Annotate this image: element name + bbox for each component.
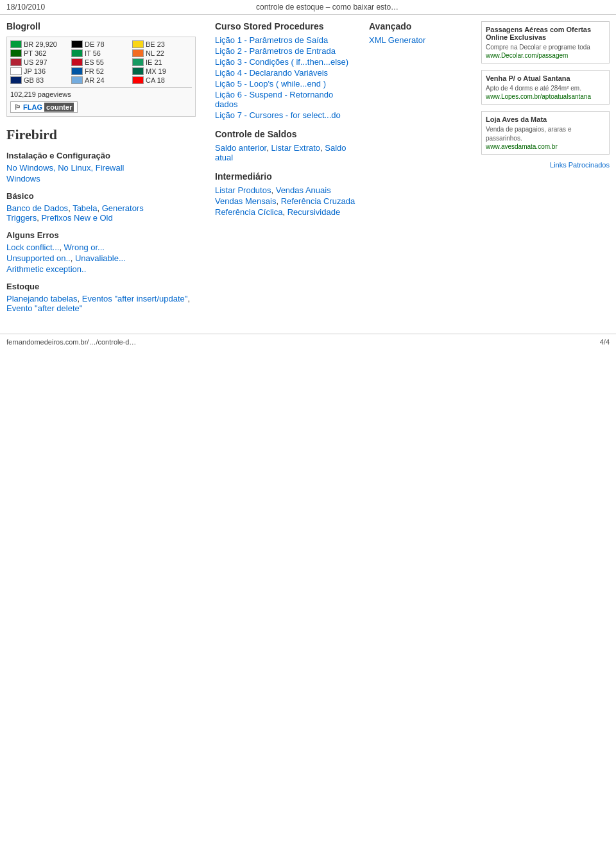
evento-delete-link[interactable]: Evento "after delete": [6, 303, 82, 313]
flag-row: MX 19: [132, 67, 192, 75]
list-item: Lição 1 - Parâmetros de Saída: [215, 35, 356, 45]
list-item: Lição 3 - Condições ( if...then...else): [215, 57, 356, 67]
links-patrocinados[interactable]: Links Patrocinados: [481, 161, 610, 169]
estoque-label: Estoque: [6, 282, 196, 291]
generators-link[interactable]: Generators: [102, 203, 144, 213]
main-right-col: Avançado XML Generator: [369, 21, 472, 218]
no-windows-link[interactable]: No Windows, No Linux, Firewall: [6, 163, 124, 173]
flag-row: GB 83: [10, 76, 70, 84]
eventos-insert-link[interactable]: Eventos "after insert/update": [82, 294, 188, 303]
ad-box-2: Venha P/ o Atual Santana Apto de 4 dorms…: [481, 70, 610, 105]
flag-de-label: DE 78: [85, 40, 105, 48]
flag-counter-logo: 🏳 FLAG counter: [10, 101, 192, 113]
flag-be-icon: [132, 40, 144, 48]
referencia-ciclica-link[interactable]: Referência Cíclica: [215, 207, 283, 217]
banco-dados-link[interactable]: Banco de Dados: [6, 203, 68, 213]
recursividade-link[interactable]: Recursividade: [287, 207, 340, 217]
flag-gb-icon: [10, 76, 22, 84]
list-item: Lock conflict..., Wrong or...: [6, 243, 196, 252]
list-item: XML Generator: [369, 35, 472, 45]
licao3-link[interactable]: Lição 3 - Condições ( if...then...else): [215, 57, 348, 67]
windows-link[interactable]: Windows: [6, 174, 40, 183]
planejando-link[interactable]: Planejando tabelas: [6, 294, 78, 303]
flag-counter-box: BR 29,920 DE 78 BE 23 PT 362 IT 56: [6, 37, 196, 117]
xml-generator-link[interactable]: XML Generator: [369, 35, 425, 45]
licao5-link[interactable]: Lição 5 - Loop's ( while...end ): [215, 79, 326, 89]
flag-ar-label: AR 24: [85, 76, 105, 84]
flag-us-icon: [10, 58, 22, 66]
flag-ca-label: CA 18: [146, 76, 165, 84]
ad-box-2-text: Apto de 4 dorms e até 284m² em.: [486, 84, 605, 93]
main-content: Curso Stored Procedures Lição 1 - Parâme…: [205, 21, 481, 314]
content-columns: Curso Stored Procedures Lição 1 - Parâme…: [215, 21, 472, 218]
flag-row: BE 23: [132, 40, 192, 48]
flag-be-label: BE 23: [146, 40, 165, 48]
arithmetic-link[interactable]: Arithmetic exception..: [6, 264, 86, 274]
list-item: Planejando tabelas, Eventos "after inser…: [6, 294, 196, 313]
ad-box-2-url: www.Lopes.com.br/aptoatualsantana: [486, 93, 605, 100]
licao7-link[interactable]: Lição 7 - Cursores - for select...do: [215, 110, 341, 120]
flag-row: IT 56: [71, 49, 131, 57]
list-item: Windows: [6, 174, 196, 183]
flag-fr-icon: [71, 67, 83, 75]
vendas-mensais-link[interactable]: Vendas Mensais: [215, 196, 276, 206]
flag-de-icon: [71, 40, 83, 48]
flag-row: BR 29,920: [10, 40, 70, 48]
instalacao-label: Instalação e Configuração: [6, 151, 196, 160]
flag-us-label: US 297: [24, 58, 47, 66]
alguns-erros-links: Lock conflict..., Wrong or... Unsupporte…: [6, 243, 196, 274]
flag-ar-icon: [71, 76, 83, 84]
lock-conflict-link[interactable]: Lock conflict...: [6, 243, 59, 252]
flag-row: IE 21: [132, 58, 192, 66]
bottom-bar: fernandomedeiros.com.br/…/controle-d… 4/…: [0, 334, 616, 350]
ad-box-1-text: Compre na Decolar e programe toda: [486, 43, 605, 52]
list-item: Arithmetic exception..: [6, 264, 196, 274]
licao6-link[interactable]: Lição 6 - Suspend - Retornando dados: [215, 90, 333, 109]
curso-heading: Curso Stored Procedures: [215, 21, 356, 31]
flag-ie-label: IE 21: [146, 58, 162, 66]
unavaliable-link[interactable]: Unavaliable...: [75, 253, 126, 263]
prefixos-link[interactable]: Prefixos New e Old: [41, 213, 112, 223]
flag-nl-label: NL 22: [146, 49, 164, 57]
bottom-page: 4/4: [600, 338, 610, 346]
flag-row: AR 24: [71, 76, 131, 84]
flag-row: CA 18: [132, 76, 192, 84]
avancado-heading: Avançado: [369, 21, 472, 31]
ad-box-3: Loja Aves da Mata Venda de papagaios, ar…: [481, 111, 610, 155]
controle-heading: Controle de Saldos: [215, 129, 356, 139]
triggers-link[interactable]: Triggers: [6, 213, 37, 223]
list-item: Listar Produtos, Vendas Anuais: [215, 185, 356, 195]
right-sidebar: Passagens Aéreas com Ofertas Online Excl…: [481, 21, 610, 314]
instalacao-links: No Windows, No Linux, Firewall Windows: [6, 163, 196, 183]
referencia-cruzada-link[interactable]: Referência Cruzada: [281, 196, 355, 206]
flag-row: FR 52: [71, 67, 131, 75]
controle-section: Controle de Saldos Saldo anterior, Lista…: [215, 129, 356, 162]
wrong-or-link[interactable]: Wrong or...: [64, 243, 105, 252]
flag-pt-icon: [10, 49, 22, 57]
page-date: 18/10/2010: [6, 3, 45, 12]
listar-extrato-link[interactable]: Listar Extrato: [271, 143, 320, 153]
left-sidebar: Blogroll BR 29,920 DE 78 BE 23: [6, 21, 205, 314]
licao4-link[interactable]: Lição 4 - Declarando Variáveis: [215, 68, 328, 78]
vendas-anuais-link[interactable]: Vendas Anuais: [276, 185, 331, 195]
flag-table: BR 29,920 DE 78 BE 23 PT 362 IT 56: [10, 40, 192, 84]
page-wrapper: Blogroll BR 29,920 DE 78 BE 23: [0, 15, 616, 321]
tabela-link[interactable]: Tabela: [73, 203, 97, 213]
flag-mx-icon: [132, 67, 144, 75]
flag-ie-icon: [132, 58, 144, 66]
flag-row: DE 78: [71, 40, 131, 48]
licao1-link[interactable]: Lição 1 - Parâmetros de Saída: [215, 35, 328, 45]
flag-jp-label: JP 136: [24, 67, 46, 75]
saldo-anterior-link[interactable]: Saldo anterior: [215, 143, 266, 153]
estoque-links: Planejando tabelas, Eventos "after inser…: [6, 294, 196, 313]
page-title: controle de estoque – como baixar esto…: [256, 3, 398, 12]
flag-gb-label: GB 83: [24, 76, 44, 84]
list-item: Vendas Mensais, Referência Cruzada: [215, 196, 356, 206]
unsupported-link[interactable]: Unsupported on..: [6, 253, 71, 263]
listar-produtos-link[interactable]: Listar Produtos: [215, 185, 271, 195]
licao2-link[interactable]: Lição 2 - Parâmetros de Entrada: [215, 46, 336, 56]
flag-row: PT 362: [10, 49, 70, 57]
ad-box-3-title: Loja Aves da Mata: [486, 115, 605, 123]
flag-row: US 297: [10, 58, 70, 66]
flag-es-label: ES 55: [85, 58, 104, 66]
